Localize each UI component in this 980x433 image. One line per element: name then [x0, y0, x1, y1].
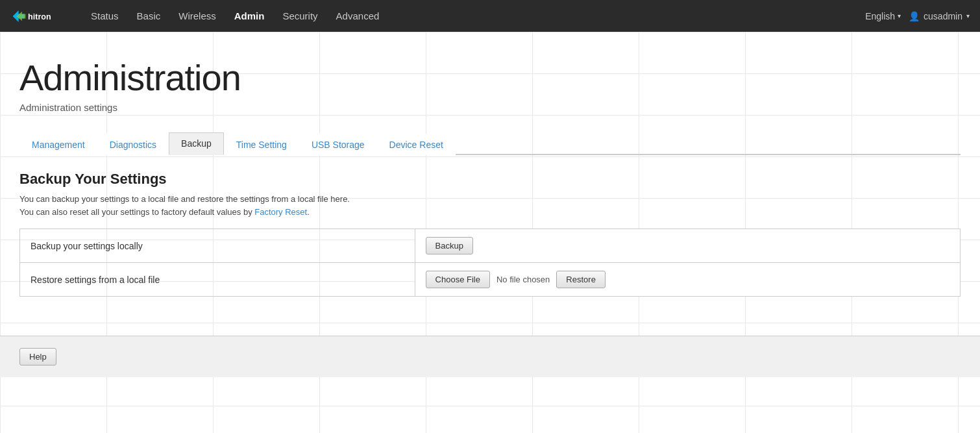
restore-label: Restore settings from a local file: [20, 263, 415, 297]
language-caret-icon: ▾: [898, 12, 901, 19]
page-header: Administration Administration settings: [0, 32, 980, 119]
tab-diagnostics[interactable]: Diagnostics: [97, 134, 169, 155]
user-icon: 👤: [909, 11, 920, 21]
desc-line2-end: .: [307, 207, 310, 217]
table-row-backup: Backup your settings locally Backup: [20, 229, 961, 263]
backup-section-title: Backup Your Settings: [19, 171, 961, 188]
backup-button[interactable]: Backup: [426, 237, 473, 254]
nav-admin[interactable]: Admin: [225, 0, 274, 32]
tab-time-setting[interactable]: Time Setting: [224, 134, 299, 155]
tab-usb-storage[interactable]: USB Storage: [299, 134, 377, 155]
desc-line1: You can backup your settings to a local …: [19, 194, 350, 204]
main-content: Administration Administration settings M…: [0, 32, 980, 433]
help-button[interactable]: Help: [19, 348, 56, 365]
navbar: hitron Status Basic Wireless Admin Secur…: [0, 0, 980, 32]
tab-management[interactable]: Management: [19, 134, 97, 155]
restore-action: Choose File No file chosen Restore: [415, 263, 960, 297]
tabs-bar: Management Diagnostics Backup Time Setti…: [19, 131, 961, 155]
backup-locally-label: Backup your settings locally: [20, 229, 415, 263]
user-caret-icon: ▾: [966, 12, 970, 19]
language-dropdown[interactable]: English ▾: [865, 11, 901, 21]
footer-bar: Help: [0, 336, 980, 377]
table-row-restore: Restore settings from a local file Choos…: [20, 263, 961, 297]
svg-text:hitron: hitron: [28, 12, 51, 21]
nav-wireless[interactable]: Wireless: [169, 0, 225, 32]
page-subtitle: Administration settings: [19, 102, 961, 113]
page-title: Administration: [19, 58, 961, 98]
choose-file-button[interactable]: Choose File: [426, 271, 490, 288]
backup-locally-action: Backup: [415, 229, 960, 263]
restore-button[interactable]: Restore: [556, 271, 606, 288]
desc-line2-text: You can also reset all your settings to …: [19, 207, 254, 217]
file-input-row: Choose File No file chosen Restore: [426, 271, 949, 288]
file-name-text: No file chosen: [496, 275, 550, 284]
nav-basic[interactable]: Basic: [128, 0, 170, 32]
nav-advanced[interactable]: Advanced: [327, 0, 389, 32]
settings-table: Backup your settings locally Backup Rest…: [19, 229, 961, 297]
logo[interactable]: hitron: [10, 5, 69, 28]
nav-security[interactable]: Security: [273, 0, 326, 32]
backup-section-desc: You can backup your settings to a local …: [19, 193, 961, 220]
tab-backup[interactable]: Backup: [169, 132, 224, 155]
choose-file-label: Choose File: [435, 275, 480, 284]
content-area: Backup Your Settings You can backup your…: [0, 155, 980, 297]
nav-links: Status Basic Wireless Admin Security Adv…: [82, 0, 865, 32]
nav-right: English ▾ 👤 cusadmin ▾: [865, 11, 970, 21]
factory-reset-link[interactable]: Factory Reset: [254, 207, 307, 217]
user-dropdown[interactable]: 👤 cusadmin ▾: [909, 11, 970, 21]
language-label: English: [865, 11, 895, 21]
nav-status[interactable]: Status: [82, 0, 128, 32]
username-label: cusadmin: [924, 11, 962, 21]
tab-device-reset[interactable]: Device Reset: [377, 134, 456, 155]
